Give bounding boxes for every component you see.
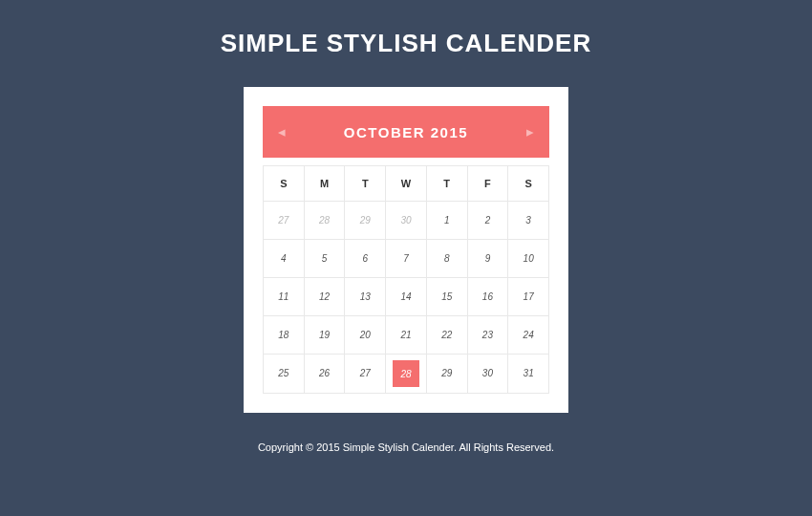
day-cell[interactable]: 26 (305, 355, 346, 394)
day-cell[interactable]: 14 (386, 278, 427, 316)
day-cell[interactable]: 18 (264, 316, 305, 355)
day-cell[interactable]: 28 (305, 202, 346, 240)
day-cell[interactable]: 9 (468, 240, 509, 278)
day-header: W (386, 166, 427, 202)
selected-day: 28 (393, 360, 419, 387)
day-cell[interactable]: 30 (468, 355, 509, 394)
day-cell[interactable]: 23 (468, 316, 509, 355)
day-cell[interactable]: 3 (508, 202, 549, 240)
day-header: T (345, 166, 386, 202)
day-cell[interactable]: 28 (386, 355, 427, 394)
day-cell[interactable]: 11 (264, 278, 305, 316)
day-cell[interactable]: 21 (386, 316, 427, 355)
footer-text: Copyright © 2015 Simple Stylish Calender… (258, 441, 554, 453)
day-cell[interactable]: 31 (508, 355, 549, 394)
page-title: SIMPLE STYLISH CALENDER (221, 29, 591, 58)
day-cell[interactable]: 7 (386, 240, 427, 278)
day-cell[interactable]: 27 (345, 355, 386, 394)
day-cell[interactable]: 17 (508, 278, 549, 316)
day-cell[interactable]: 24 (508, 316, 549, 355)
day-cell[interactable]: 30 (386, 202, 427, 240)
day-cell[interactable]: 8 (427, 240, 468, 278)
day-header: F (468, 166, 509, 202)
day-cell[interactable]: 29 (427, 355, 468, 394)
day-header: M (305, 166, 346, 202)
day-cell[interactable]: 6 (345, 240, 386, 278)
day-header: S (264, 166, 305, 202)
calendar-card: ◂ OCTOBER 2015 ▸ SMTWTFS2728293012345678… (244, 87, 568, 413)
day-cell[interactable]: 29 (345, 202, 386, 240)
day-cell[interactable]: 2 (468, 202, 509, 240)
month-year-label: OCTOBER 2015 (344, 124, 468, 140)
day-cell[interactable]: 15 (427, 278, 468, 316)
day-cell[interactable]: 5 (305, 240, 346, 278)
day-cell[interactable]: 16 (468, 278, 509, 316)
day-cell[interactable]: 13 (345, 278, 386, 316)
day-header: S (508, 166, 549, 202)
calendar-header: ◂ OCTOBER 2015 ▸ (263, 106, 549, 158)
day-cell[interactable]: 20 (345, 316, 386, 355)
day-cell[interactable]: 10 (508, 240, 549, 278)
day-header: T (427, 166, 468, 202)
day-cell[interactable]: 19 (305, 316, 346, 355)
day-cell[interactable]: 1 (427, 202, 468, 240)
calendar-grid: SMTWTFS272829301234567891011121314151617… (263, 165, 549, 394)
day-cell[interactable]: 22 (427, 316, 468, 355)
next-month-button[interactable]: ▸ (524, 123, 536, 140)
prev-month-button[interactable]: ◂ (276, 123, 288, 140)
day-cell[interactable]: 4 (264, 240, 305, 278)
day-cell[interactable]: 25 (264, 355, 305, 394)
day-cell[interactable]: 12 (305, 278, 346, 316)
day-cell[interactable]: 27 (264, 202, 305, 240)
